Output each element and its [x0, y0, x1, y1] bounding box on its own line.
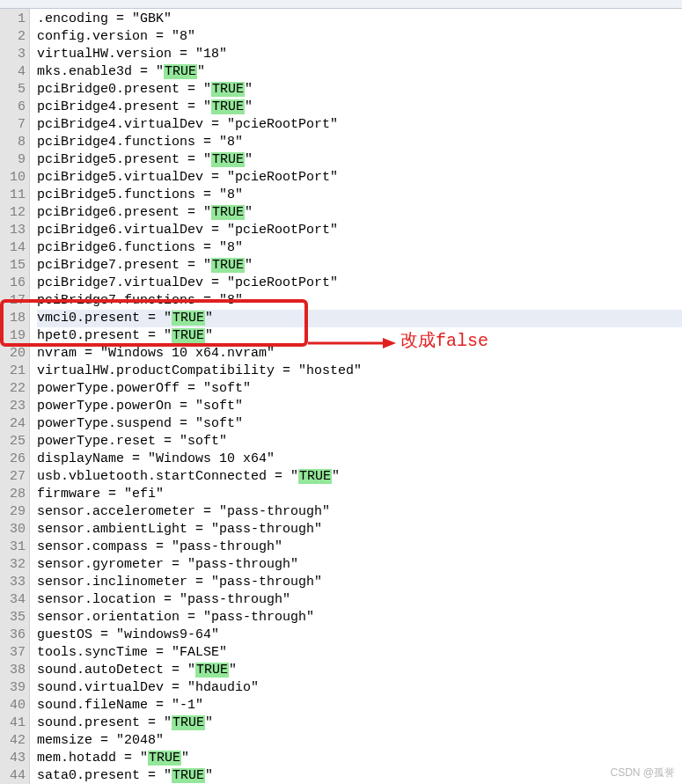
code-text: .encoding = "GBK": [37, 11, 172, 26]
code-line[interactable]: pciBridge5.functions = "8": [37, 187, 682, 204]
code-line[interactable]: sound.fileName = "-1": [37, 697, 682, 714]
code-line[interactable]: pciBridge7.present = "TRUE": [37, 257, 682, 275]
code-line[interactable]: sensor.inclinometer = "pass-through": [37, 574, 682, 591]
code-line[interactable]: pciBridge0.present = "TRUE": [37, 81, 682, 99]
code-text: config.version = "8": [37, 29, 195, 44]
code-line[interactable]: powerType.powerOff = "soft": [37, 380, 682, 398]
code-line[interactable]: sensor.location = "pass-through": [37, 591, 682, 609]
code-line[interactable]: mem.hotadd = "TRUE": [37, 750, 682, 767]
code-text: pciBridge7.virtualDev = "pcieRootPort": [37, 275, 338, 290]
code-line[interactable]: sensor.accelerometer = "pass-through": [37, 503, 682, 521]
line-number: 28: [0, 486, 26, 503]
code-line[interactable]: pciBridge5.present = "TRUE": [37, 151, 682, 169]
code-line[interactable]: nvram = "Windows 10 x64.nvram": [37, 345, 682, 363]
code-line[interactable]: sensor.compass = "pass-through": [37, 539, 682, 556]
code-line[interactable]: pciBridge7.virtualDev = "pcieRootPort": [37, 275, 682, 292]
code-line[interactable]: mks.enable3d = "TRUE": [37, 63, 682, 81]
code-text: pciBridge7.functions = "8": [37, 293, 243, 308]
code-text: pciBridge5.present = ": [37, 152, 211, 167]
code-line[interactable]: vmci0.present = "TRUE": [37, 310, 682, 327]
highlighted-word: TRUE: [211, 99, 245, 114]
line-number: 39: [0, 679, 26, 697]
code-line[interactable]: config.version = "8": [37, 28, 682, 46]
code-text: mem.hotadd = ": [37, 751, 148, 766]
code-text: ": [205, 311, 213, 326]
code-line[interactable]: virtualHW.productCompatibility = "hosted…: [37, 363, 682, 380]
code-line[interactable]: pciBridge4.virtualDev = "pcieRootPort": [37, 116, 682, 134]
code-line[interactable]: pciBridge5.virtualDev = "pcieRootPort": [37, 169, 682, 187]
code-line[interactable]: sound.present = "TRUE": [37, 714, 682, 732]
code-text: virtualHW.version = "18": [37, 47, 227, 62]
code-text: ": [205, 328, 213, 343]
code-line[interactable]: sata0.present = "TRUE": [37, 767, 682, 784]
code-line[interactable]: powerType.powerOn = "soft": [37, 398, 682, 415]
code-line[interactable]: virtualHW.version = "18": [37, 46, 682, 63]
code-text: sensor.gyrometer = "pass-through": [37, 557, 298, 572]
code-text: sound.fileName = "-1": [37, 698, 203, 713]
line-number: 30: [0, 521, 26, 539]
highlighted-word: TRUE: [211, 258, 245, 273]
code-line[interactable]: sensor.gyrometer = "pass-through": [37, 556, 682, 574]
line-number: 10: [0, 169, 26, 187]
tab-bar[interactable]: [0, 0, 682, 9]
code-line[interactable]: sound.autoDetect = "TRUE": [37, 662, 682, 679]
code-text: sensor.accelerometer = "pass-through": [37, 504, 330, 519]
code-text: pciBridge5.functions = "8": [37, 187, 243, 202]
code-line[interactable]: powerType.reset = "soft": [37, 433, 682, 451]
code-line[interactable]: .encoding = "GBK": [37, 11, 682, 28]
code-line[interactable]: tools.syncTime = "FALSE": [37, 644, 682, 662]
code-line[interactable]: usb.vbluetooth.startConnected = "TRUE": [37, 468, 682, 486]
line-number: 12: [0, 204, 26, 222]
code-text: sensor.compass = "pass-through": [37, 539, 282, 554]
code-text: powerType.reset = "soft": [37, 434, 227, 449]
highlighted-word: TRUE: [211, 152, 245, 167]
code-line[interactable]: displayName = "Windows 10 x64": [37, 451, 682, 468]
code-text: pciBridge6.functions = "8": [37, 240, 243, 255]
highlighted-word: TRUE: [172, 715, 205, 730]
line-number: 33: [0, 574, 26, 591]
code-line[interactable]: sensor.orientation = "pass-through": [37, 609, 682, 626]
code-text: ": [245, 82, 253, 97]
line-number: 1: [0, 11, 26, 28]
code-text: firmware = "efi": [37, 487, 164, 502]
code-text: sata0.present = ": [37, 768, 172, 783]
line-number: 44: [0, 767, 26, 784]
code-line[interactable]: pciBridge6.functions = "8": [37, 239, 682, 257]
code-line[interactable]: sensor.ambientLight = "pass-through": [37, 521, 682, 539]
line-number: 17: [0, 292, 26, 310]
code-text: sound.present = ": [37, 715, 172, 730]
code-line[interactable]: memsize = "2048": [37, 732, 682, 750]
code-line[interactable]: pciBridge4.present = "TRUE": [37, 99, 682, 116]
code-line[interactable]: pciBridge6.present = "TRUE": [37, 204, 682, 222]
code-line[interactable]: guestOS = "windows9-64": [37, 626, 682, 644]
line-number: 34: [0, 591, 26, 609]
code-text: usb.vbluetooth.startConnected = ": [37, 469, 298, 484]
highlighted-word: TRUE: [172, 328, 205, 343]
code-text: ": [197, 64, 205, 79]
code-text: pciBridge7.present = ": [37, 258, 211, 273]
code-editor[interactable]: 1234567891011121314151617181920212223242…: [0, 9, 682, 784]
highlighted-word: TRUE: [195, 663, 229, 678]
code-text: pciBridge4.virtualDev = "pcieRootPort": [37, 117, 338, 132]
code-text: ": [205, 715, 213, 730]
code-text: virtualHW.productCompatibility = "hosted…: [37, 363, 362, 378]
line-number: 9: [0, 151, 26, 169]
highlighted-word: TRUE: [298, 469, 332, 484]
code-line[interactable]: sound.virtualDev = "hdaudio": [37, 679, 682, 697]
code-line[interactable]: pciBridge7.functions = "8": [37, 292, 682, 310]
code-text: hpet0.present = ": [37, 328, 172, 343]
code-line[interactable]: pciBridge6.virtualDev = "pcieRootPort": [37, 222, 682, 239]
code-line[interactable]: powerType.suspend = "soft": [37, 415, 682, 433]
code-text: ": [245, 152, 253, 167]
code-line[interactable]: hpet0.present = "TRUE": [37, 327, 682, 345]
line-number: 37: [0, 644, 26, 662]
code-line[interactable]: pciBridge4.functions = "8": [37, 134, 682, 151]
code-text: pciBridge6.virtualDev = "pcieRootPort": [37, 223, 338, 238]
line-number: 15: [0, 257, 26, 275]
code-line[interactable]: firmware = "efi": [37, 486, 682, 503]
highlighted-word: TRUE: [164, 64, 197, 79]
line-number: 40: [0, 697, 26, 714]
code-area[interactable]: .encoding = "GBK"config.version = "8"vir…: [30, 9, 682, 784]
code-text: pciBridge0.present = ": [37, 82, 211, 97]
code-text: sensor.ambientLight = "pass-through": [37, 522, 322, 537]
